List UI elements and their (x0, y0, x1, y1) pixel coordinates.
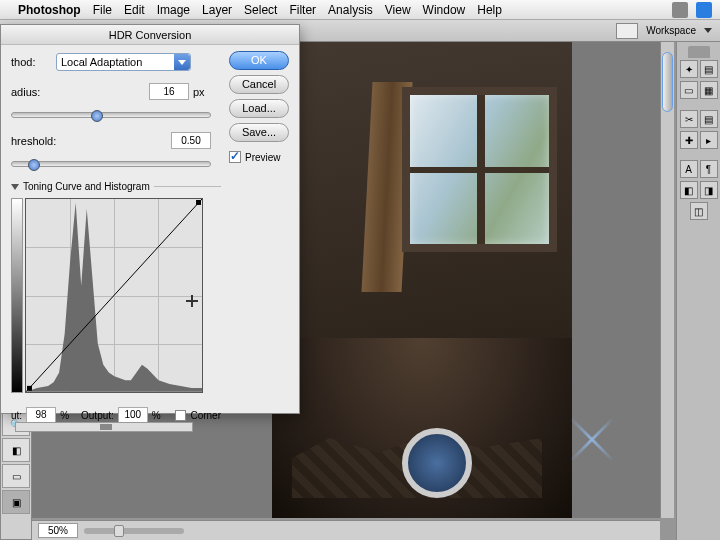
menu-window[interactable]: Window (423, 3, 466, 17)
hdr-conversion-dialog: HDR Conversion OK Cancel Load... Save...… (0, 24, 300, 414)
spotlight-icon[interactable] (672, 2, 688, 18)
curve-point-black[interactable] (27, 386, 32, 391)
chevron-down-icon (704, 28, 712, 33)
chevron-down-icon (174, 54, 190, 70)
scrollbar-thumb[interactable] (662, 52, 673, 112)
corner-checkbox[interactable] (175, 410, 186, 421)
menu-filter[interactable]: Filter (289, 3, 316, 17)
character-panel-icon[interactable]: A (680, 160, 698, 178)
threshold-field[interactable]: 0.50 (171, 132, 211, 149)
quick-mask-toggle[interactable]: ▭ (2, 464, 30, 488)
app-name[interactable]: Photoshop (18, 3, 81, 17)
swatches-panel-icon[interactable]: ▦ (700, 81, 718, 99)
input-label: ut: (11, 410, 22, 421)
menu-edit[interactable]: Edit (124, 3, 145, 17)
corner-label: Corner (190, 410, 221, 421)
paragraph-panel-icon[interactable]: ¶ (700, 160, 718, 178)
watermark-logo (402, 428, 472, 498)
menu-select[interactable]: Select (244, 3, 277, 17)
menu-view[interactable]: View (385, 3, 411, 17)
actions-panel-icon[interactable]: ▸ (700, 131, 718, 149)
section-title: Toning Curve and Histogram (23, 181, 150, 192)
preview-label: Preview (245, 152, 281, 163)
ok-button[interactable]: OK (229, 51, 289, 70)
brushes-panel-icon[interactable]: ▤ (700, 110, 718, 128)
curve-input-field[interactable]: 98 (26, 407, 56, 423)
mac-menubar: Photoshop File Edit Image Layer Select F… (0, 0, 720, 20)
document-image (272, 42, 572, 518)
zoom-slider[interactable] (84, 528, 184, 534)
sys-tray-icon[interactable] (696, 2, 712, 18)
method-value: Local Adaptation (61, 56, 142, 68)
color-panel-icon[interactable]: ▭ (680, 81, 698, 99)
curve-point-white[interactable] (196, 200, 201, 205)
watermark-x (562, 408, 622, 468)
svg-line-1 (26, 199, 202, 392)
save-button[interactable]: Save... (229, 123, 289, 142)
dialog-title: HDR Conversion (1, 25, 299, 45)
status-bar: 50% (32, 520, 660, 540)
radius-label: adius: (11, 86, 56, 98)
radius-slider-thumb[interactable] (91, 110, 103, 122)
dock-collapse-handle[interactable] (688, 46, 710, 58)
panel-dock: ✦▤ ▭▦ ✂▤ ✚▸ A¶ ◧◨ ◫ (676, 42, 720, 540)
histogram-scroll-thumb[interactable] (100, 424, 112, 430)
workspace-dropdown[interactable]: Workspace (642, 25, 700, 36)
radius-slider[interactable] (11, 112, 211, 118)
crosshair-cursor-icon (186, 295, 198, 307)
radius-field[interactable]: 16 (149, 83, 189, 100)
output-unit: % (152, 410, 161, 421)
navigator-panel-icon[interactable]: ✦ (680, 60, 698, 78)
zoom-field[interactable]: 50% (38, 523, 78, 538)
curve-output-field[interactable]: 100 (118, 407, 148, 423)
layers-panel-icon[interactable]: ◧ (680, 181, 698, 199)
method-label: thod: (11, 56, 56, 68)
zoom-slider-thumb[interactable] (114, 525, 124, 537)
channels-panel-icon[interactable]: ◨ (700, 181, 718, 199)
foreground-bg-swatch[interactable]: ◧ (2, 438, 30, 462)
output-label: Output: (81, 410, 114, 421)
workspace-icon[interactable] (616, 23, 638, 39)
disclosure-triangle-icon[interactable] (11, 184, 19, 190)
preview-checkbox[interactable] (229, 151, 241, 163)
cancel-button[interactable]: Cancel (229, 75, 289, 94)
input-unit: % (60, 410, 69, 421)
radius-unit: px (193, 86, 211, 98)
screen-mode-button[interactable]: ▣ (2, 490, 30, 514)
menu-layer[interactable]: Layer (202, 3, 232, 17)
tool-presets-icon[interactable]: ✂ (680, 110, 698, 128)
menu-file[interactable]: File (93, 3, 112, 17)
threshold-slider-thumb[interactable] (28, 159, 40, 171)
threshold-label: hreshold: (11, 135, 69, 147)
load-button[interactable]: Load... (229, 99, 289, 118)
vertical-scrollbar[interactable] (660, 42, 674, 518)
gradient-strip (11, 198, 23, 393)
threshold-slider[interactable] (11, 161, 211, 167)
clone-source-icon[interactable]: ✚ (680, 131, 698, 149)
method-dropdown[interactable]: Local Adaptation (56, 53, 191, 71)
histogram-scrollbar[interactable] (15, 422, 193, 432)
menu-analysis[interactable]: Analysis (328, 3, 373, 17)
paths-panel-icon[interactable]: ◫ (690, 202, 708, 220)
histogram-plot (26, 199, 202, 392)
toning-curve-histogram[interactable] (25, 198, 203, 393)
histogram-panel-icon[interactable]: ▤ (700, 60, 718, 78)
menu-help[interactable]: Help (477, 3, 502, 17)
menu-image[interactable]: Image (157, 3, 190, 17)
